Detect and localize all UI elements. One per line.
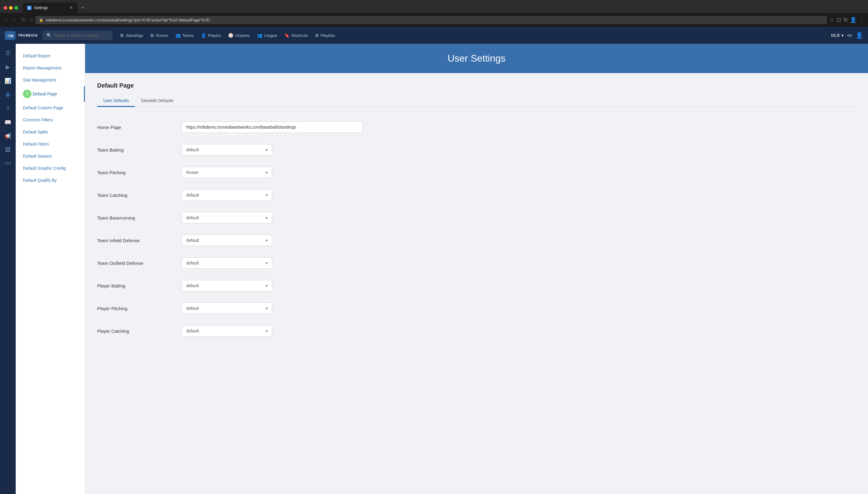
nav-teams[interactable]: 👥 Teams <box>172 31 197 40</box>
settings-sidebar: Default Report Report Management Stat Ma… <box>16 44 85 494</box>
nav-scores[interactable]: ⊞ Scores <box>147 31 171 40</box>
sidebar-item-stat-management-label: Stat Management <box>23 78 56 82</box>
maximize-button[interactable] <box>15 6 18 10</box>
nav-umpires[interactable]: ⚾ Umpires <box>225 31 253 40</box>
tab-user-defaults-label: User Defaults <box>103 98 129 103</box>
sidebar-book-icon[interactable]: 📖 <box>2 117 14 128</box>
sidebar-item-default-report[interactable]: Default Report <box>16 50 85 62</box>
player-catching-select[interactable]: default ▾ <box>182 325 272 337</box>
sidebar-megaphone-icon[interactable]: 📢 <box>2 130 14 142</box>
form-row-team-batting: Team Batting default ▾ <box>97 138 856 161</box>
browser-bar: ‹ › ↻ ⌂ 🔒 mlbdemo.trumedianetworks.com/b… <box>0 13 868 27</box>
active-indicator-dot: D <box>23 90 32 98</box>
nav-league[interactable]: 👥 League <box>254 31 280 40</box>
team-outfield-defense-select[interactable]: default ▾ <box>182 257 272 269</box>
player-pitching-select[interactable]: default ▾ <box>182 303 272 314</box>
sidebar-item-default-custom-page[interactable]: Default Custom Page <box>16 102 85 114</box>
sidebar-gear-icon[interactable]: ⚙ <box>3 89 13 100</box>
nav-players[interactable]: 👤 Players <box>198 31 224 40</box>
traffic-lights <box>4 6 18 10</box>
sidebar-item-default-qualify-by[interactable]: Default Qualify By <box>16 174 85 186</box>
sidebar-item-stat-management[interactable]: Stat Management <box>16 74 85 86</box>
sidebar-item-default-splits-label: Default Splits <box>23 130 48 134</box>
minimize-button[interactable] <box>9 6 13 10</box>
home-button[interactable]: ⌂ <box>30 17 33 23</box>
address-bar[interactable]: 🔒 mlbdemo.trumedianetworks.com/baseball/… <box>35 16 827 24</box>
form-row-team-pitching: Team Pitching Roster ▾ <box>97 161 856 184</box>
home-page-control <box>182 121 363 133</box>
player-catching-control: default ▾ <box>182 325 363 337</box>
standings-icon: ⊞ <box>120 33 124 38</box>
team-pitching-select[interactable]: Roster ▾ <box>182 167 272 178</box>
tab-favicon: S <box>27 6 32 10</box>
new-tab-button[interactable]: + <box>78 3 87 12</box>
sidebar-item-report-management[interactable]: Report Management <box>16 62 85 74</box>
team-infield-defense-select[interactable]: default ▾ <box>182 235 272 246</box>
form-row-team-baserunning: Team Baserunning default ▾ <box>97 207 856 229</box>
team-pitching-control: Roster ▾ <box>182 167 363 178</box>
form-row-team-outfield-defense: Team Outfield Defense default ▾ <box>97 252 856 274</box>
user-avatar-icon[interactable]: 👤 <box>856 32 863 39</box>
player-pitching-value: default <box>186 306 265 311</box>
team-infield-defense-value: default <box>186 238 265 243</box>
sidebar-item-common-filters-label: Common Filters <box>23 117 53 122</box>
language-selector[interactable]: en <box>847 33 852 38</box>
tab-close-button[interactable]: ✕ <box>69 5 73 11</box>
main-nav: ⊞ Standings ⊞ Scores 👥 Teams 👤 Players ⚾… <box>117 31 826 40</box>
sidebar-menu-icon[interactable]: ☰ <box>3 48 13 59</box>
close-button[interactable] <box>4 6 7 10</box>
sidebar-toggle-icon[interactable]: ⧉ <box>844 17 847 23</box>
menu-dots-icon[interactable]: ⋮ <box>859 17 864 23</box>
form-row-player-pitching: Player Pitching default ▾ <box>97 297 856 320</box>
team-catching-control: default ▾ <box>182 189 363 201</box>
sidebar-item-default-season[interactable]: Default Season <box>16 150 85 162</box>
extensions-icon[interactable]: ⊡ <box>836 17 841 23</box>
sidebar-item-default-page[interactable]: D Default Page <box>16 86 85 102</box>
sidebar-help-icon[interactable]: ? <box>4 103 12 114</box>
league-icon: 👥 <box>257 33 262 38</box>
sidebar-item-default-graphic-config[interactable]: Default Graphic Config <box>16 162 85 174</box>
team-batting-select[interactable]: default ▾ <box>182 144 272 155</box>
team-baserunning-label: Team Baserunning <box>97 215 182 221</box>
sidebar-image-icon[interactable]: 🖼 <box>3 144 13 155</box>
home-page-input[interactable] <box>182 121 363 133</box>
team-catching-select[interactable]: default ▾ <box>182 189 272 201</box>
mlb-selector[interactable]: MLB ▾ <box>831 33 844 38</box>
sidebar-chart-icon[interactable]: 📊 <box>2 75 14 87</box>
logo-text: TRUMEDIA <box>18 34 38 37</box>
nav-playlists[interactable]: ⊞ Playlists <box>312 31 338 40</box>
team-pitching-label: Team Pitching <box>97 170 182 175</box>
chevron-down-icon: ▾ <box>265 261 268 265</box>
umpires-icon: ⚾ <box>228 33 233 38</box>
sidebar-item-common-filters[interactable]: Common Filters <box>16 114 85 126</box>
player-pitching-label: Player Pitching <box>97 306 182 311</box>
sidebar-code-icon[interactable]: <> <box>2 158 13 169</box>
active-tab[interactable]: S Settings ✕ <box>23 2 77 13</box>
sidebar-item-default-page-label: Default Page <box>33 92 57 96</box>
logo-icon: ≡TM <box>5 31 15 40</box>
chevron-down-icon: ▾ <box>265 170 268 175</box>
player-batting-select[interactable]: default ▾ <box>182 280 272 291</box>
sidebar-video-icon[interactable]: ▶ <box>3 61 12 73</box>
tab-user-defaults[interactable]: User Defaults <box>97 95 135 107</box>
team-infield-defense-control: default ▾ <box>182 235 363 246</box>
sidebar-item-default-filters[interactable]: Default Filters <box>16 138 85 150</box>
forward-button[interactable]: › <box>12 16 17 24</box>
user-profile-icon[interactable]: 👤 <box>850 17 856 23</box>
nav-shortcuts-label: Shortcuts <box>291 33 308 38</box>
chevron-down-icon: ▾ <box>265 328 268 334</box>
team-batting-label: Team Batting <box>97 147 182 152</box>
nav-standings[interactable]: ⊞ Standings <box>117 31 146 40</box>
nav-shortcuts[interactable]: 🔖 Shortcuts <box>281 31 311 40</box>
team-baserunning-select[interactable]: default ▾ <box>182 212 272 224</box>
reload-button[interactable]: ↻ <box>19 15 27 24</box>
search-box[interactable]: 🔍 <box>43 31 112 40</box>
scores-icon: ⊞ <box>150 33 154 38</box>
bookmark-star-icon[interactable]: ☆ <box>829 17 834 23</box>
mlb-chevron-icon: ▾ <box>842 33 844 38</box>
sidebar-item-default-custom-page-label: Default Custom Page <box>23 106 63 110</box>
tab-sitewide-defaults[interactable]: Sitewide Defaults <box>135 95 180 107</box>
back-button[interactable]: ‹ <box>4 16 9 24</box>
sidebar-item-default-splits[interactable]: Default Splits <box>16 126 85 138</box>
search-input[interactable] <box>54 33 108 38</box>
